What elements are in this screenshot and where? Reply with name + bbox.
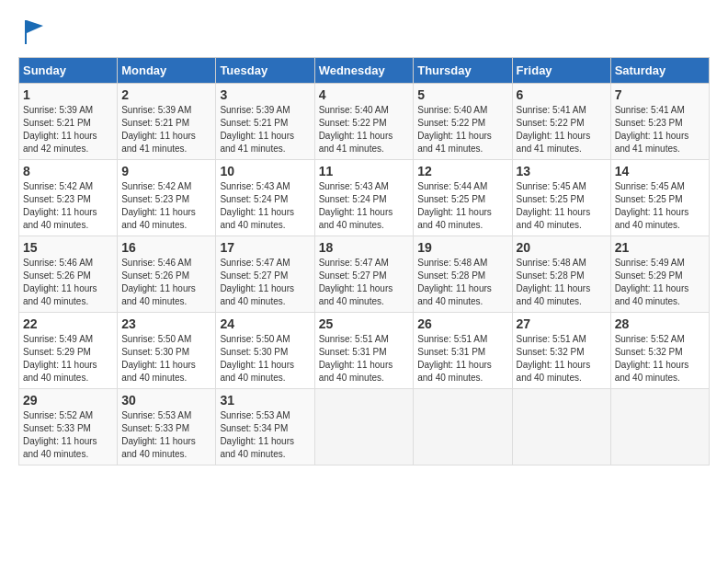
weekday-header-sunday: Sunday xyxy=(19,57,118,83)
calendar-cell: 31Sunrise: 5:53 AMSunset: 5:34 PMDayligh… xyxy=(216,388,314,465)
calendar-cell: 7Sunrise: 5:41 AMSunset: 5:23 PMDaylight… xyxy=(610,83,709,159)
calendar-cell: 26Sunrise: 5:51 AMSunset: 5:31 PMDayligh… xyxy=(414,312,512,388)
day-number: 6 xyxy=(517,87,607,102)
calendar-cell: 8Sunrise: 5:42 AMSunset: 5:23 PMDaylight… xyxy=(19,159,118,236)
calendar-cell xyxy=(512,388,610,465)
calendar-cell: 17Sunrise: 5:47 AMSunset: 5:27 PMDayligh… xyxy=(216,236,314,312)
logo xyxy=(18,18,48,48)
logo-flag-icon xyxy=(20,18,48,46)
calendar-cell: 24Sunrise: 5:50 AMSunset: 5:30 PMDayligh… xyxy=(216,312,314,388)
weekday-header-tuesday: Tuesday xyxy=(216,57,314,83)
day-detail: Sunrise: 5:52 AMSunset: 5:33 PMDaylight:… xyxy=(23,410,97,459)
calendar-cell: 21Sunrise: 5:49 AMSunset: 5:29 PMDayligh… xyxy=(610,236,709,312)
day-number: 17 xyxy=(220,240,310,255)
calendar-cell: 29Sunrise: 5:52 AMSunset: 5:33 PMDayligh… xyxy=(19,388,118,465)
calendar-cell: 2Sunrise: 5:39 AMSunset: 5:21 PMDaylight… xyxy=(118,83,216,159)
day-number: 5 xyxy=(417,87,507,102)
calendar-cell: 20Sunrise: 5:48 AMSunset: 5:28 PMDayligh… xyxy=(512,236,610,312)
day-number: 11 xyxy=(319,164,410,178)
day-number: 25 xyxy=(319,316,410,331)
day-detail: Sunrise: 5:51 AMSunset: 5:31 PMDaylight:… xyxy=(417,334,492,383)
day-detail: Sunrise: 5:39 AMSunset: 5:21 PMDaylight:… xyxy=(121,105,196,154)
day-detail: Sunrise: 5:39 AMSunset: 5:21 PMDaylight:… xyxy=(23,105,97,154)
day-detail: Sunrise: 5:39 AMSunset: 5:21 PMDaylight:… xyxy=(220,105,294,154)
day-number: 3 xyxy=(220,87,310,102)
page-header xyxy=(18,18,710,48)
day-detail: Sunrise: 5:45 AMSunset: 5:25 PMDaylight:… xyxy=(517,181,591,230)
day-detail: Sunrise: 5:41 AMSunset: 5:23 PMDaylight:… xyxy=(615,105,689,154)
calendar-week-4: 22Sunrise: 5:49 AMSunset: 5:29 PMDayligh… xyxy=(19,312,710,388)
day-number: 16 xyxy=(121,240,211,255)
day-number: 20 xyxy=(517,240,607,255)
day-number: 22 xyxy=(23,316,113,331)
day-detail: Sunrise: 5:43 AMSunset: 5:24 PMDaylight:… xyxy=(319,181,393,230)
calendar-cell: 30Sunrise: 5:53 AMSunset: 5:33 PMDayligh… xyxy=(118,388,216,465)
calendar-cell: 3Sunrise: 5:39 AMSunset: 5:21 PMDaylight… xyxy=(216,83,314,159)
calendar-week-1: 1Sunrise: 5:39 AMSunset: 5:21 PMDaylight… xyxy=(19,83,710,159)
calendar-cell: 18Sunrise: 5:47 AMSunset: 5:27 PMDayligh… xyxy=(314,236,414,312)
day-number: 26 xyxy=(417,316,507,331)
calendar-cell: 14Sunrise: 5:45 AMSunset: 5:25 PMDayligh… xyxy=(610,159,709,236)
day-detail: Sunrise: 5:44 AMSunset: 5:25 PMDaylight:… xyxy=(417,181,492,230)
weekday-header-monday: Monday xyxy=(118,57,216,83)
weekday-header-wednesday: Wednesday xyxy=(314,57,414,83)
calendar-week-2: 8Sunrise: 5:42 AMSunset: 5:23 PMDaylight… xyxy=(19,159,710,236)
weekday-header-friday: Friday xyxy=(512,57,610,83)
calendar-cell: 10Sunrise: 5:43 AMSunset: 5:24 PMDayligh… xyxy=(216,159,314,236)
day-number: 27 xyxy=(517,316,607,331)
day-number: 1 xyxy=(23,87,113,102)
calendar-cell xyxy=(414,388,512,465)
day-detail: Sunrise: 5:42 AMSunset: 5:23 PMDaylight:… xyxy=(121,181,196,230)
day-detail: Sunrise: 5:40 AMSunset: 5:22 PMDaylight:… xyxy=(417,105,492,154)
calendar-cell: 22Sunrise: 5:49 AMSunset: 5:29 PMDayligh… xyxy=(19,312,118,388)
day-number: 14 xyxy=(615,164,705,178)
day-number: 12 xyxy=(417,164,507,178)
calendar-table: SundayMondayTuesdayWednesdayThursdayFrid… xyxy=(18,57,710,465)
calendar-cell: 15Sunrise: 5:46 AMSunset: 5:26 PMDayligh… xyxy=(19,236,118,312)
calendar-cell: 25Sunrise: 5:51 AMSunset: 5:31 PMDayligh… xyxy=(314,312,414,388)
svg-marker-0 xyxy=(25,20,43,44)
weekday-header-row: SundayMondayTuesdayWednesdayThursdayFrid… xyxy=(19,57,710,83)
calendar-cell: 11Sunrise: 5:43 AMSunset: 5:24 PMDayligh… xyxy=(314,159,414,236)
day-number: 29 xyxy=(23,393,113,408)
weekday-header-saturday: Saturday xyxy=(610,57,709,83)
calendar-cell: 16Sunrise: 5:46 AMSunset: 5:26 PMDayligh… xyxy=(118,236,216,312)
day-number: 10 xyxy=(220,164,310,178)
day-number: 23 xyxy=(121,316,211,331)
day-number: 15 xyxy=(23,240,113,255)
calendar-week-3: 15Sunrise: 5:46 AMSunset: 5:26 PMDayligh… xyxy=(19,236,710,312)
day-number: 24 xyxy=(220,316,310,331)
day-number: 13 xyxy=(517,164,607,178)
day-detail: Sunrise: 5:43 AMSunset: 5:24 PMDaylight:… xyxy=(220,181,294,230)
calendar-cell: 27Sunrise: 5:51 AMSunset: 5:32 PMDayligh… xyxy=(512,312,610,388)
day-number: 30 xyxy=(121,393,211,408)
calendar-cell xyxy=(314,388,414,465)
calendar-cell: 1Sunrise: 5:39 AMSunset: 5:21 PMDaylight… xyxy=(19,83,118,159)
calendar-cell: 13Sunrise: 5:45 AMSunset: 5:25 PMDayligh… xyxy=(512,159,610,236)
day-detail: Sunrise: 5:49 AMSunset: 5:29 PMDaylight:… xyxy=(23,334,97,383)
calendar-cell: 12Sunrise: 5:44 AMSunset: 5:25 PMDayligh… xyxy=(414,159,512,236)
day-number: 2 xyxy=(121,87,211,102)
calendar-cell: 28Sunrise: 5:52 AMSunset: 5:32 PMDayligh… xyxy=(610,312,709,388)
calendar-cell: 4Sunrise: 5:40 AMSunset: 5:22 PMDaylight… xyxy=(314,83,414,159)
day-detail: Sunrise: 5:45 AMSunset: 5:25 PMDaylight:… xyxy=(615,181,689,230)
calendar-body: 1Sunrise: 5:39 AMSunset: 5:21 PMDaylight… xyxy=(19,83,710,465)
day-number: 7 xyxy=(615,87,705,102)
day-number: 19 xyxy=(417,240,507,255)
day-detail: Sunrise: 5:53 AMSunset: 5:33 PMDaylight:… xyxy=(121,410,196,459)
day-detail: Sunrise: 5:48 AMSunset: 5:28 PMDaylight:… xyxy=(417,258,492,306)
day-number: 21 xyxy=(615,240,705,255)
day-detail: Sunrise: 5:47 AMSunset: 5:27 PMDaylight:… xyxy=(319,258,393,306)
day-detail: Sunrise: 5:52 AMSunset: 5:32 PMDaylight:… xyxy=(615,334,689,383)
day-detail: Sunrise: 5:49 AMSunset: 5:29 PMDaylight:… xyxy=(615,258,689,306)
weekday-header-thursday: Thursday xyxy=(414,57,512,83)
calendar-cell: 9Sunrise: 5:42 AMSunset: 5:23 PMDaylight… xyxy=(118,159,216,236)
day-detail: Sunrise: 5:51 AMSunset: 5:31 PMDaylight:… xyxy=(319,334,393,383)
calendar-week-5: 29Sunrise: 5:52 AMSunset: 5:33 PMDayligh… xyxy=(19,388,710,465)
day-number: 8 xyxy=(23,164,113,178)
day-detail: Sunrise: 5:42 AMSunset: 5:23 PMDaylight:… xyxy=(23,181,97,230)
day-detail: Sunrise: 5:47 AMSunset: 5:27 PMDaylight:… xyxy=(220,258,294,306)
day-number: 4 xyxy=(319,87,410,102)
day-detail: Sunrise: 5:50 AMSunset: 5:30 PMDaylight:… xyxy=(121,334,196,383)
day-detail: Sunrise: 5:50 AMSunset: 5:30 PMDaylight:… xyxy=(220,334,294,383)
